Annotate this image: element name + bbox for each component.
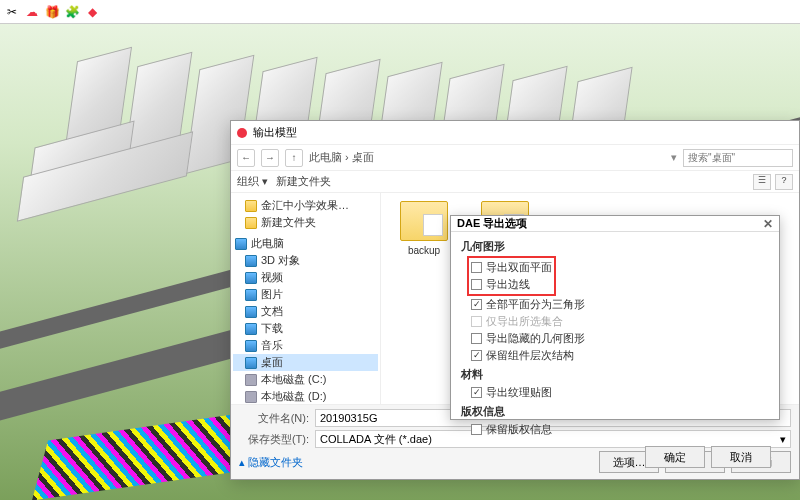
tree-this-pc[interactable]: 此电脑 (251, 236, 284, 251)
app-icon (237, 128, 247, 138)
close-icon[interactable]: ✕ (763, 217, 773, 231)
opt-credits[interactable]: 保留版权信息 (471, 421, 769, 438)
tree-quick-item[interactable]: 新建文件夹 (261, 215, 316, 230)
tree-item[interactable]: 文档 (261, 304, 283, 319)
tree-item[interactable]: 音乐 (261, 338, 283, 353)
tree-item[interactable]: 下载 (261, 321, 283, 336)
nav-forward-button[interactable]: → (261, 149, 279, 167)
section-credits: 版权信息 (461, 404, 769, 419)
tree-item[interactable]: 图片 (261, 287, 283, 302)
section-material: 材料 (461, 367, 769, 382)
options-dialog-title: DAE 导出选项 (457, 216, 527, 231)
tree-item[interactable]: 本地磁盘 (D:) (261, 389, 326, 404)
tool-scissors-icon[interactable]: ✂ (4, 4, 20, 20)
tool-gem-icon[interactable]: ◆ (84, 4, 100, 20)
savetype-label: 保存类型(T): (239, 432, 309, 447)
folder-item[interactable]: backup (389, 201, 459, 256)
section-geometry: 几何图形 (461, 239, 769, 254)
new-folder-button[interactable]: 新建文件夹 (276, 174, 331, 189)
view-layout-button[interactable]: ☰ (753, 174, 771, 190)
tool-puzzle-icon[interactable]: 🧩 (64, 4, 80, 20)
tree-item[interactable]: 3D 对象 (261, 253, 300, 268)
tree-quick-item[interactable]: 金汇中小学效果… (261, 198, 349, 213)
opt-edges[interactable]: 导出边线 (471, 276, 552, 293)
app-toolbar: ✂ ☁ 🎁 🧩 ◆ (0, 0, 800, 24)
opt-two-sided[interactable]: 导出双面平面 (471, 259, 552, 276)
nav-back-button[interactable]: ← (237, 149, 255, 167)
export-dialog-titlebar: 输出模型 (231, 121, 799, 145)
folder-icon (400, 201, 448, 241)
opt-textures[interactable]: 导出纹理贴图 (471, 384, 769, 401)
view-help-button[interactable]: ? (775, 174, 793, 190)
tree-item[interactable]: 视频 (261, 270, 283, 285)
options-cancel-button[interactable]: 取消 (711, 446, 771, 468)
filename-label: 文件名(N): (239, 411, 309, 426)
options-ok-button[interactable]: 确定 (645, 446, 705, 468)
opt-triangulate[interactable]: 全部平面分为三角形 (471, 296, 769, 313)
breadcrumb[interactable]: 此电脑 › 桌面 (309, 150, 665, 165)
organize-menu[interactable]: 组织 ▾ (237, 174, 268, 189)
nav-up-button[interactable]: ↑ (285, 149, 303, 167)
search-input[interactable] (683, 149, 793, 167)
tool-cloud-icon[interactable]: ☁ (24, 4, 40, 20)
folder-tree[interactable]: 金汇中小学效果… 新建文件夹 此电脑 3D 对象 视频 图片 文档 下载 音乐 … (231, 193, 381, 404)
hide-folders-link[interactable]: ▴ 隐藏文件夹 (239, 455, 303, 470)
dae-options-dialog: DAE 导出选项 ✕ 几何图形 导出双面平面 导出边线 全部平面分为三角形 仅导… (450, 215, 780, 420)
opt-hierarchy[interactable]: 保留组件层次结构 (471, 347, 769, 364)
tree-item[interactable]: 桌面 (261, 355, 283, 370)
opt-hidden-geo[interactable]: 导出隐藏的几何图形 (471, 330, 769, 347)
opt-selection-only: 仅导出所选集合 (471, 313, 769, 330)
export-dialog-title: 输出模型 (253, 125, 297, 140)
tool-gift-icon[interactable]: 🎁 (44, 4, 60, 20)
tree-item[interactable]: 本地磁盘 (C:) (261, 372, 326, 387)
